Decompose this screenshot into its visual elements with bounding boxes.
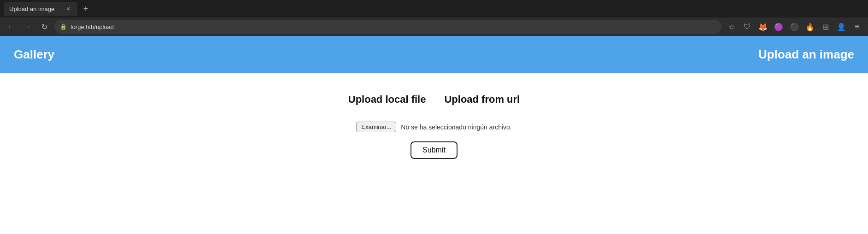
- extension-icon1[interactable]: 🟣: [772, 20, 785, 33]
- back-button[interactable]: ←: [5, 20, 18, 33]
- avatar-icon[interactable]: 👤: [835, 20, 848, 33]
- address-text: forge.htb/upload: [70, 23, 716, 30]
- tab-close-button[interactable]: ×: [65, 5, 72, 12]
- address-bar[interactable]: 🔒 forge.htb/upload: [54, 20, 721, 34]
- browser-toolbar: ← → ↻ 🔒 forge.htb/upload ☆ 🛡 🦊 🟣 ⚫ 🔥 ⊞ 👤…: [0, 18, 868, 36]
- reload-button[interactable]: ↻: [38, 20, 51, 33]
- extension-icon2[interactable]: ⚫: [788, 20, 801, 33]
- tab-bar: Upload an image × +: [0, 0, 868, 18]
- lock-icon: 🔒: [60, 23, 67, 30]
- file-input-row: Examinar... No se ha seleccionado ningún…: [356, 122, 512, 132]
- app-navbar: Gallery Upload an image: [0, 36, 868, 73]
- file-no-selection-text: No se ha seleccionado ningún archivo.: [401, 123, 512, 131]
- tab-local-file[interactable]: Upload local file: [348, 91, 426, 108]
- new-tab-button[interactable]: +: [79, 2, 92, 15]
- file-browse-button[interactable]: Examinar...: [356, 122, 396, 132]
- active-tab[interactable]: Upload an image ×: [4, 2, 77, 16]
- extension-icon3[interactable]: 🔥: [803, 20, 816, 33]
- submit-button[interactable]: Submit: [411, 141, 457, 159]
- upload-form: Examinar... No se ha seleccionado ningún…: [356, 122, 512, 159]
- main-content: Upload local file Upload from url Examin…: [0, 73, 868, 234]
- browser-chrome: Upload an image × + ← → ↻ 🔒 forge.htb/up…: [0, 0, 868, 36]
- forward-button[interactable]: →: [21, 20, 34, 33]
- upload-tabs: Upload local file Upload from url: [348, 91, 520, 108]
- gallery-link[interactable]: Gallery: [14, 47, 54, 62]
- upload-nav-link[interactable]: Upload an image: [758, 47, 854, 62]
- security-icon: 🔒: [60, 23, 67, 30]
- grid-icon[interactable]: ⊞: [819, 20, 832, 33]
- tab-from-url[interactable]: Upload from url: [444, 91, 520, 108]
- toolbar-actions: ☆ 🛡 🦊 🟣 ⚫ 🔥 ⊞ 👤 ≡: [725, 20, 863, 33]
- bookmark-star-icon[interactable]: ☆: [725, 20, 738, 33]
- shield-icon[interactable]: 🛡: [741, 20, 754, 33]
- menu-icon[interactable]: ≡: [850, 20, 863, 33]
- tab-title: Upload an image: [9, 6, 61, 12]
- firefox-icon[interactable]: 🦊: [757, 20, 769, 33]
